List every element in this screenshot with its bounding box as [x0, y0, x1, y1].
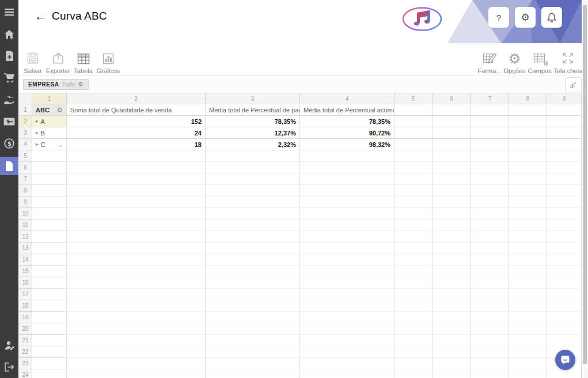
user-edit-icon[interactable] — [0, 340, 18, 350]
grid-cell[interactable] — [32, 277, 67, 289]
grid-cell[interactable] — [433, 335, 471, 346]
hand-coins-icon[interactable] — [0, 94, 18, 105]
grid-cell[interactable] — [67, 231, 206, 243]
grid-cell[interactable] — [547, 323, 582, 335]
grid-cell[interactable] — [547, 196, 582, 208]
grid-cell[interactable] — [32, 300, 67, 312]
grid-cell[interactable] — [547, 116, 582, 127]
grid-column-header[interactable]: 9 — [547, 93, 582, 104]
grid-cell[interactable] — [32, 312, 67, 323]
back-arrow-icon[interactable]: ← — [35, 10, 46, 22]
grid-cell[interactable] — [547, 312, 582, 323]
grid-row-number[interactable]: 15 — [19, 266, 32, 277]
grid-cell[interactable] — [433, 289, 471, 300]
grid-cell[interactable] — [433, 300, 471, 312]
grid-cell[interactable] — [433, 139, 471, 150]
grid-cell[interactable] — [300, 369, 394, 378]
grid-cell[interactable] — [394, 277, 433, 289]
grid-cell[interactable] — [547, 277, 582, 289]
grid-cell[interactable] — [547, 266, 582, 277]
grid-cell-value[interactable]: 18 — [67, 139, 206, 150]
grid-cell[interactable] — [394, 358, 433, 369]
grid-cell[interactable] — [394, 266, 433, 277]
fullscreen-button[interactable]: Tela cheia — [553, 47, 582, 74]
grid-cell[interactable] — [206, 150, 300, 162]
grid-cell-value[interactable]: 12,37% — [206, 127, 300, 139]
grid-cell[interactable] — [32, 358, 67, 369]
settings-button[interactable]: ⚙ — [515, 7, 536, 28]
grid-cell[interactable] — [67, 323, 206, 335]
grid-column-header[interactable]: 4 — [300, 93, 394, 104]
grid-cell-value[interactable]: 90,72% — [300, 127, 394, 139]
grid-cell[interactable] — [433, 116, 471, 127]
grid-cell[interactable] — [433, 196, 471, 208]
grid-cell[interactable] — [509, 277, 547, 289]
grid-cell[interactable] — [394, 139, 433, 150]
grid-cell[interactable] — [206, 220, 300, 231]
grid-cell[interactable] — [67, 162, 206, 173]
chat-support-button[interactable] — [555, 350, 575, 370]
fields-button[interactable]: ⚙ Campos — [528, 47, 551, 74]
grid-cell-category[interactable]: ▸C→ — [32, 139, 67, 150]
grid-row-number[interactable]: 5 — [19, 150, 32, 162]
grid-row-number[interactable]: 10 — [19, 208, 32, 220]
grid-cell[interactable] — [67, 266, 206, 277]
grid-cell[interactable] — [206, 300, 300, 312]
export-button[interactable]: Exportar — [46, 47, 70, 74]
grid-cell[interactable] — [32, 185, 67, 196]
grid-cell[interactable] — [547, 208, 582, 220]
grid-row-number[interactable]: 16 — [19, 277, 32, 289]
grid-cell[interactable] — [67, 173, 206, 185]
grid-row-number[interactable]: 12 — [19, 231, 32, 243]
grid-cell[interactable] — [433, 104, 471, 116]
grid-cell[interactable] — [32, 162, 67, 173]
grid-column-header[interactable]: 1 — [32, 93, 67, 104]
grid-cell[interactable] — [206, 173, 300, 185]
grid-cell[interactable] — [206, 254, 300, 266]
grid-row-number[interactable]: 14 — [19, 254, 32, 266]
grid-cell[interactable] — [394, 312, 433, 323]
grid-cell[interactable] — [394, 185, 433, 196]
grid-cell[interactable] — [67, 312, 206, 323]
grid-cell[interactable] — [509, 231, 547, 243]
grid-cell[interactable] — [67, 289, 206, 300]
grid-cell[interactable] — [433, 254, 471, 266]
field-gear-icon[interactable]: ⚙ — [56, 107, 63, 114]
grid-cell[interactable] — [547, 231, 582, 243]
grid-cell[interactable] — [300, 289, 394, 300]
grid-cell[interactable] — [509, 369, 547, 378]
grid-cell[interactable] — [67, 220, 206, 231]
grid-cell[interactable] — [433, 277, 471, 289]
grid-cell-category[interactable]: ▸A — [32, 116, 67, 127]
menu-icon[interactable] — [0, 7, 18, 17]
grid-cell[interactable] — [471, 312, 509, 323]
grid-cell[interactable] — [547, 185, 582, 196]
vertical-scrollbar[interactable] — [582, 0, 588, 378]
grid-cell[interactable] — [509, 266, 547, 277]
grid-cell[interactable] — [394, 173, 433, 185]
grid-cell[interactable] — [300, 335, 394, 346]
grid-cell[interactable] — [509, 346, 547, 358]
grid-cell[interactable] — [394, 289, 433, 300]
grid-column-header[interactable]: 6 — [433, 93, 471, 104]
grid-cell[interactable] — [433, 358, 471, 369]
grid-cell[interactable] — [471, 243, 509, 254]
grid-cell[interactable] — [471, 220, 509, 231]
grid-cell-value[interactable]: 2,32% — [206, 139, 300, 150]
expand-icon[interactable]: ▸ — [36, 142, 39, 147]
cart-icon[interactable] — [0, 73, 18, 83]
grid-cell[interactable] — [300, 300, 394, 312]
grid-header-cell[interactable]: Média total de Percentual de participaçã… — [206, 104, 300, 116]
grid-cell[interactable] — [471, 266, 509, 277]
grid-cell[interactable] — [471, 346, 509, 358]
grid-cell[interactable] — [471, 231, 509, 243]
grid-row-number[interactable]: 3 — [19, 127, 32, 139]
grid-cell[interactable] — [433, 127, 471, 139]
grid-cell[interactable] — [67, 358, 206, 369]
grid-cell[interactable] — [32, 243, 67, 254]
grid-cell[interactable] — [32, 208, 67, 220]
grid-cell[interactable] — [509, 312, 547, 323]
grid-cell[interactable] — [67, 243, 206, 254]
grid-cell[interactable] — [300, 358, 394, 369]
grid-cell[interactable] — [394, 196, 433, 208]
